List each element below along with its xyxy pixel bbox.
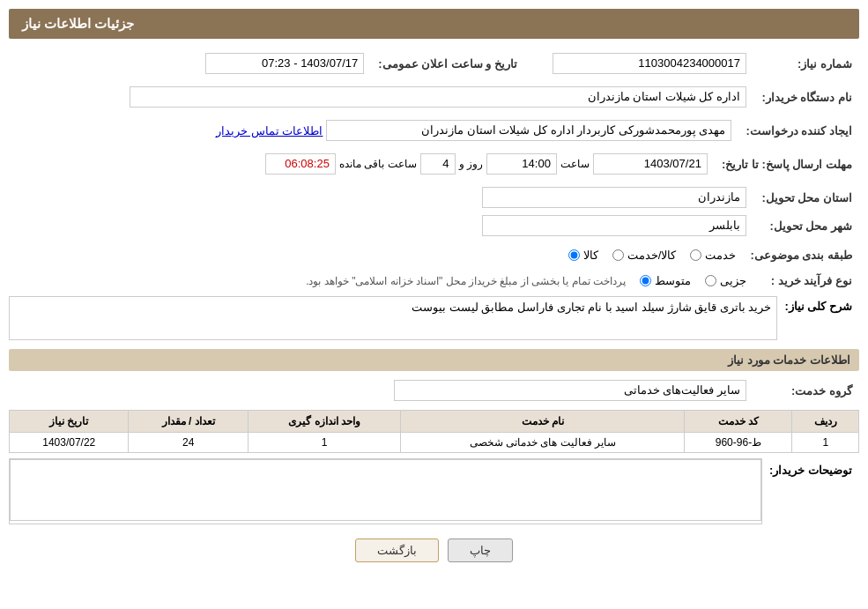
ostan-value: مازندران xyxy=(482,187,746,208)
nam-dastgah-label: نام دستگاه خریدار: xyxy=(753,83,859,111)
mohlat-baqi: 06:08:25 xyxy=(265,153,336,175)
tabaqe-option-kala-khadamat[interactable]: کالا/خدمت xyxy=(612,249,677,262)
tozihat-textarea[interactable] xyxy=(10,459,761,521)
page-header: جزئیات اطلاعات نیاز xyxy=(9,9,859,39)
mohlat-saat-label: ساعت xyxy=(560,158,590,170)
tabaqe-group: خدمت کالا/خدمت کالا xyxy=(16,249,736,262)
goroh-khadamat-label: گروه خدمت: xyxy=(753,376,859,405)
ejad-konande-link[interactable]: اطلاعات تماس خریدار xyxy=(216,124,323,137)
goroh-khadamat-value: سایر فعالیت‌های خدماتی xyxy=(394,380,746,401)
cell-tarikh: 1403/07/22 xyxy=(10,433,129,453)
tabaqe-option-kala[interactable]: کالا xyxy=(568,249,598,262)
farayand-note: پرداخت تمام یا بخشی از مبلغ خریداز محل "… xyxy=(306,275,626,287)
sharh-row: شرح کلی نیاز: خرید باتری قایق شارژ سیلد … xyxy=(9,296,859,340)
shomara-niaz-label: شماره نیاز: xyxy=(753,49,859,78)
tozihat-label: توضیحات خریدار: xyxy=(762,458,859,482)
sharh-label: شرح کلی نیاز: xyxy=(777,296,859,316)
tozihat-row: توضیحات خریدار: xyxy=(9,458,859,524)
nam-dastgah-value: اداره کل شیلات استان مازندران xyxy=(130,86,746,108)
mohlat-roz-label: روز و xyxy=(459,158,483,170)
noع-farayand-label: نوع فرآیند خرید : xyxy=(753,271,859,291)
table-row: 1 ط-96-960 سایر فعالیت های خدماتی شخصی 1… xyxy=(10,433,859,453)
tozihat-box xyxy=(9,458,762,524)
col-nam: نام خدمت xyxy=(401,411,685,433)
print-button[interactable]: چاپ xyxy=(448,538,513,562)
col-radif: ردیف xyxy=(792,411,859,433)
farayand-option-motevaset[interactable]: متوسط xyxy=(640,274,691,287)
ejad-konande-value: مهدی پورمحمدشورکی کاربردار اداره کل شیلا… xyxy=(326,120,731,141)
col-kod: کد خدمت xyxy=(685,411,792,433)
col-tedad: تعداد / مقدار xyxy=(129,411,248,433)
mohlat-label: مهلت ارسال پاسخ: تا تاریخ: xyxy=(715,150,859,178)
mohlat-date: 1403/07/21 xyxy=(593,153,708,175)
back-button[interactable]: بازگشت xyxy=(355,538,439,562)
khadamat-table: ردیف کد خدمت نام خدمت واحد اندازه گیری ت… xyxy=(9,410,859,453)
mohlat-saat: 14:00 xyxy=(486,153,557,175)
mohlat-baqi-label: ساعت باقی مانده xyxy=(339,158,417,170)
col-tarikh: تاریخ نیاز xyxy=(10,411,129,433)
page-title: جزئیات اطلاعات نیاز xyxy=(22,16,134,31)
tabaqe-label: طبقه بندی موضوعی: xyxy=(743,245,859,265)
cell-tedad: 24 xyxy=(129,433,248,453)
cell-vahed: 1 xyxy=(248,433,400,453)
khadamat-section-title: اطلاعات خدمات مورد نیاز xyxy=(9,349,859,371)
buttons-row: چاپ بازگشت xyxy=(9,538,859,562)
farayand-option-jozi[interactable]: جزیی xyxy=(705,274,746,287)
shomara-niaz-value: 1103004234000017 xyxy=(553,53,746,74)
mohlat-roz: 4 xyxy=(420,153,456,175)
ejad-konande-label: ایجاد کننده درخواست: xyxy=(738,116,859,145)
shahr-label: شهر محل تحویل: xyxy=(753,212,859,240)
shahr-value: بابلسر xyxy=(482,215,746,236)
tarikhe-аelan-label: تاریخ و ساعت اعلان عمومی: xyxy=(371,49,524,78)
cell-radif: 1 xyxy=(792,433,859,453)
cell-nam: سایر فعالیت های خدماتی شخصی xyxy=(401,433,685,453)
sharh-value: خرید باتری قایق شارژ سیلد اسید با نام تج… xyxy=(9,296,777,340)
col-vahed: واحد اندازه گیری xyxy=(248,411,400,433)
ostan-label: استان محل تحویل: xyxy=(753,183,859,212)
tarikhe-аelan-value: 1403/07/17 - 07:23 xyxy=(205,53,364,74)
farayand-group: جزیی متوسط پرداخت تمام یا بخشی از مبلغ خ… xyxy=(16,274,746,287)
tabaqe-option-khadamat[interactable]: خدمت xyxy=(690,249,736,262)
cell-kod: ط-96-960 xyxy=(685,433,792,453)
